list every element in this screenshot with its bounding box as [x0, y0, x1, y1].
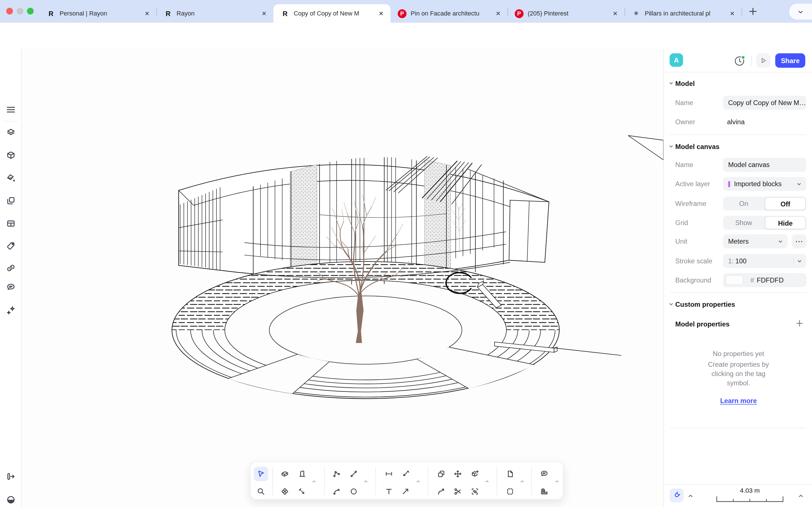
measure-tape-tool-button[interactable]	[537, 484, 552, 499]
tab-close-icon[interactable]	[377, 9, 385, 17]
group-select-tool-button[interactable]	[468, 484, 482, 499]
label-tool-button[interactable]	[398, 467, 412, 481]
tab-close-icon[interactable]	[260, 9, 268, 17]
duplicate-tool-button[interactable]	[434, 467, 448, 481]
viewport-tool-button[interactable]	[503, 484, 517, 499]
active-layer-select[interactable]: Imported blocks	[723, 177, 806, 191]
background-color-swatch[interactable]	[725, 275, 743, 285]
hatch-tool-button[interactable]	[277, 484, 292, 499]
avatar-initial: A	[674, 56, 679, 64]
add-property-button[interactable]	[795, 319, 804, 327]
chevron-down-icon	[797, 181, 802, 186]
browser-tab-personal-rayon[interactable]: R Personal | Rayon	[40, 4, 156, 23]
tab-title: (205) Pinterest	[528, 10, 608, 17]
toolbar-divider	[272, 467, 273, 495]
model-canvas[interactable]	[22, 49, 663, 507]
wall-tool-button[interactable]	[277, 467, 292, 481]
hatch-diamond-icon	[281, 487, 289, 496]
theme-contrast-icon[interactable]	[6, 495, 15, 504]
wireframe-toggle[interactable]: On Off	[723, 196, 806, 211]
chevron-down-icon	[797, 8, 805, 16]
browser-tab-pinterest[interactable]: P (205) Pinterest	[507, 4, 624, 23]
line-tool-button[interactable]	[347, 467, 361, 481]
export-icon[interactable]	[6, 472, 15, 481]
grid-hide-option[interactable]: Hide	[765, 216, 806, 229]
window-close-button[interactable]	[6, 8, 13, 15]
link-icon[interactable]	[6, 263, 15, 273]
stroke-scale-select[interactable]: 1: 100	[723, 254, 806, 268]
unit-more-button[interactable]	[792, 234, 806, 248]
door-tool-button[interactable]	[295, 467, 309, 481]
canvas-name-input[interactable]: Model canvas	[723, 158, 806, 172]
table-icon[interactable]	[6, 219, 15, 228]
tab-close-icon[interactable]	[143, 9, 151, 17]
scale-ruler-widget[interactable]: 4.03 m	[716, 487, 784, 502]
tab-close-icon[interactable]	[611, 9, 619, 17]
custom-properties-chevron-icon[interactable]	[668, 302, 673, 307]
model-section-chevron-icon[interactable]	[668, 81, 673, 86]
snap-toggle-button[interactable]	[670, 489, 684, 503]
arrow-tool-button[interactable]	[398, 484, 412, 499]
select-tool-button[interactable]	[254, 467, 268, 481]
modify-group-expand-icon[interactable]	[485, 479, 490, 484]
zoom-tool-button[interactable]	[254, 484, 268, 499]
browser-tab-pillars[interactable]: ✳ Pillars in architectural pl	[624, 4, 742, 23]
comment-group-expand-icon[interactable]	[555, 479, 559, 484]
tag-icon[interactable]	[6, 241, 15, 250]
circle-tool-button[interactable]	[347, 484, 361, 499]
learn-more-link[interactable]: Learn more	[687, 397, 790, 405]
tab-divider	[742, 8, 742, 16]
version-history-button[interactable]	[733, 53, 747, 68]
scale-options-expand-icon[interactable]	[798, 493, 804, 499]
tab-close-icon[interactable]	[494, 9, 502, 17]
snap-options-expand-icon[interactable]	[688, 493, 693, 499]
share-button[interactable]: Share	[775, 53, 806, 68]
unit-select[interactable]: Meters	[723, 234, 788, 248]
toolbar-divider	[375, 467, 376, 495]
draw-group-expand-icon[interactable]	[363, 479, 368, 484]
tab-close-icon[interactable]	[728, 9, 736, 17]
measure-tool-button[interactable]	[295, 484, 309, 499]
text-tool-button[interactable]	[382, 484, 396, 499]
polyline-tool-button[interactable]	[329, 467, 344, 481]
browser-tab-rayon[interactable]: R Rayon	[156, 4, 273, 23]
sheet-tool-button[interactable]	[503, 467, 517, 481]
comments-icon[interactable]	[6, 283, 15, 292]
annotate-group-expand-icon[interactable]	[416, 479, 421, 484]
background-color-input[interactable]: # FDFDFD	[723, 273, 806, 287]
arc-tool-button[interactable]	[329, 484, 344, 499]
window-zoom-button[interactable]	[27, 8, 34, 15]
wall-group-expand-icon[interactable]	[312, 479, 317, 484]
tab-search-chevron-button[interactable]	[789, 4, 812, 20]
window-minimize-button[interactable]	[17, 8, 23, 15]
copy-icon	[437, 470, 445, 478]
section-divider	[670, 135, 806, 135]
model-name-input[interactable]: Copy of Copy of New M…	[723, 96, 806, 110]
offset-tool-button[interactable]	[434, 484, 448, 499]
ai-sparkles-icon[interactable]	[6, 306, 15, 315]
tape-measure-icon	[540, 487, 548, 496]
blocks-cube-icon[interactable]	[6, 151, 15, 160]
custom-properties-title: Custom properties	[675, 300, 735, 308]
browser-tab-pin-facade[interactable]: P Pin on Facade architectu	[391, 4, 507, 23]
user-avatar[interactable]: A	[670, 53, 683, 67]
main-menu-hamburger-icon[interactable]	[6, 105, 15, 114]
present-play-button[interactable]	[756, 53, 770, 68]
move-tool-button[interactable]	[451, 467, 465, 481]
layers-icon[interactable]	[6, 128, 15, 137]
grid-show-option[interactable]: Show	[723, 216, 764, 230]
new-tab-button[interactable]	[748, 6, 758, 17]
materials-fill-icon[interactable]	[6, 173, 15, 182]
dimension-tool-button[interactable]	[382, 467, 396, 481]
comment-tool-button[interactable]	[537, 467, 552, 481]
trim-tool-button[interactable]	[451, 484, 465, 499]
browser-tab-active-model[interactable]: R Copy of Copy of New M	[273, 4, 391, 23]
canvas-section-chevron-icon[interactable]	[668, 144, 673, 149]
wireframe-off-option[interactable]: Off	[765, 197, 806, 210]
create-block-tool-button[interactable]	[468, 467, 482, 481]
layout-group-expand-icon[interactable]	[520, 479, 525, 484]
grid-toggle[interactable]: Show Hide	[723, 216, 806, 230]
pages-copy-icon[interactable]	[6, 196, 15, 205]
wireframe-on-option[interactable]: On	[723, 196, 764, 211]
canvas-name-value: Model canvas	[728, 161, 769, 169]
